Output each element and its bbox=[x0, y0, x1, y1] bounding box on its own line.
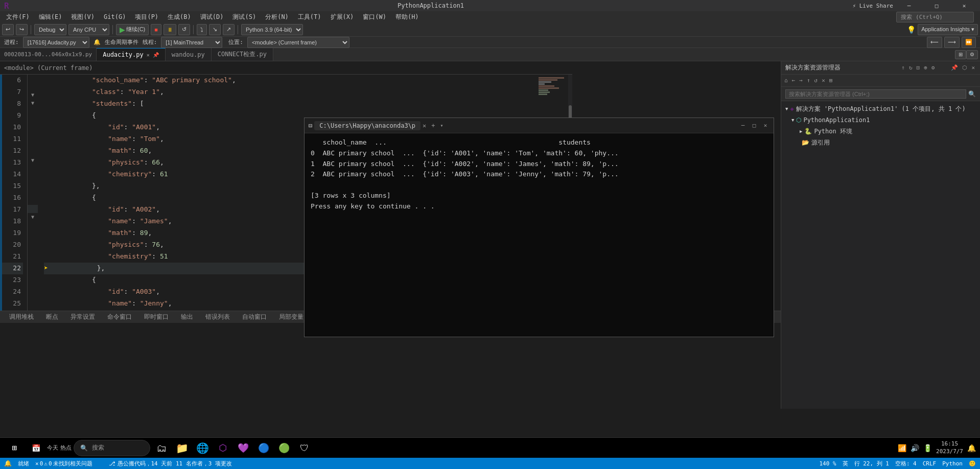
step-out-btn[interactable]: ↗ bbox=[223, 24, 235, 35]
taskbar-shield-icon[interactable]: 🛡 bbox=[295, 439, 314, 457]
menu-debug[interactable]: 调试(D) bbox=[196, 12, 228, 22]
taskbar-blue-icon[interactable]: 🔵 bbox=[254, 439, 273, 457]
start-button[interactable]: ⊞ bbox=[4, 439, 25, 457]
menu-git[interactable]: Git(G) bbox=[100, 12, 130, 21]
taskbar-clock[interactable]: 16:15 2023/7/7 bbox=[936, 440, 963, 455]
tab-audacity[interactable]: Audacity.py ✕ 📌 bbox=[97, 48, 166, 61]
terminal-close-btn[interactable]: ✕ bbox=[761, 122, 769, 130]
run-button[interactable]: ▶ 继续(C) bbox=[116, 24, 149, 35]
tab-file-1[interactable]: 00020813-00...046x0x1x9.py bbox=[0, 48, 97, 61]
terminal-minimize-btn[interactable]: ─ bbox=[739, 122, 747, 130]
restart-button[interactable]: ↺ bbox=[178, 24, 190, 35]
menu-test[interactable]: 测试(S) bbox=[228, 12, 260, 22]
taskbar-sound-icon[interactable]: 🔊 bbox=[911, 444, 919, 452]
menu-view[interactable]: 视图(V) bbox=[67, 12, 99, 22]
sol-forward-btn[interactable]: → bbox=[798, 76, 804, 85]
tab-connect[interactable]: CONNECT检查.py bbox=[212, 48, 273, 61]
sol-pin-btn[interactable]: 📌 bbox=[950, 63, 959, 72]
taskbar-browser-icon[interactable]: 🌐 bbox=[193, 439, 212, 457]
sol-home-btn[interactable]: ⌂ bbox=[783, 76, 789, 85]
sol-source-item[interactable]: 📂 源引用 bbox=[781, 137, 980, 148]
sol-popout-btn[interactable]: ⬡ bbox=[961, 63, 968, 72]
split-editor-btn[interactable]: ⊞ bbox=[955, 50, 966, 59]
taskbar-folder-icon[interactable]: 📁 bbox=[173, 439, 191, 457]
sol-refresh2-btn[interactable]: ↺ bbox=[813, 76, 819, 85]
gutter-8[interactable]: ▼ bbox=[28, 91, 38, 99]
tab-locals[interactable]: 局部变量 bbox=[274, 312, 309, 322]
tab-call-stack[interactable]: 调用堆栈 bbox=[4, 312, 39, 322]
gutter-16[interactable]: ▼ bbox=[28, 156, 38, 164]
sol-expand-btn[interactable]: ⇑ bbox=[900, 63, 906, 72]
tab-autos[interactable]: 自动窗口 bbox=[237, 312, 272, 322]
sol-refresh-btn[interactable]: ↻ bbox=[908, 63, 914, 72]
editor-settings-btn[interactable]: ⚙ bbox=[966, 50, 978, 59]
menu-analyze[interactable]: 分析(N) bbox=[261, 12, 293, 22]
tab-pin-icon[interactable]: 📌 bbox=[153, 52, 159, 58]
insights-button[interactable]: Application Insights ▾ bbox=[918, 24, 978, 35]
cpu-select[interactable]: Any CPU bbox=[68, 24, 109, 35]
redo-button[interactable]: ↪ bbox=[16, 24, 28, 35]
feedback-btn[interactable]: 🙂 bbox=[969, 460, 976, 467]
sol-solution-root[interactable]: ▼ ◈ 解决方案 'PythonApplication1' (1 个项目, 共 … bbox=[781, 103, 980, 114]
menu-build[interactable]: 生成(B) bbox=[164, 12, 195, 22]
gutter-23[interactable]: ▼ bbox=[28, 213, 38, 221]
taskbar-vs-icon[interactable]: ⬡ bbox=[214, 439, 232, 457]
sol-env-item[interactable]: ▶ 🐍 Python 环境 bbox=[781, 126, 980, 137]
taskbar-network-icon[interactable]: 📶 bbox=[898, 444, 906, 452]
sol-settings-btn[interactable]: ⚙ bbox=[930, 63, 936, 72]
taskbar-search[interactable]: 🔍 搜索 bbox=[74, 440, 150, 456]
undo-button[interactable]: ↩ bbox=[2, 24, 14, 35]
terminal-tab-1[interactable]: C:\Users\Happy\anaconda3\p bbox=[314, 121, 421, 130]
sol-close-btn[interactable]: ✕ bbox=[970, 63, 976, 72]
sol-search-input[interactable] bbox=[785, 89, 966, 99]
stop-button[interactable]: ■ bbox=[151, 24, 161, 35]
location-select[interactable]: <module> (Current frame) bbox=[247, 37, 349, 48]
tab-wandou[interactable]: wandou.py bbox=[166, 48, 212, 61]
close-button[interactable]: ✕ bbox=[952, 0, 976, 11]
maximize-button[interactable]: □ bbox=[925, 0, 948, 11]
step-back-btn[interactable]: ⟵ bbox=[927, 37, 942, 48]
taskbar-green-icon[interactable]: 🟢 bbox=[275, 439, 293, 457]
taskbar-purple-icon[interactable]: 💜 bbox=[234, 439, 252, 457]
tab-breakpoints[interactable]: 断点 bbox=[41, 312, 63, 322]
menu-edit[interactable]: 编辑(E) bbox=[35, 12, 66, 22]
menu-window[interactable]: 窗口(W) bbox=[359, 12, 390, 22]
live-share-btn[interactable]: ⚡ Live Share bbox=[853, 3, 893, 9]
sol-search-icon[interactable]: 🔍 bbox=[968, 90, 976, 98]
tab-immediate[interactable]: 即时窗口 bbox=[139, 312, 174, 322]
step-forward-btn[interactable]: ⟶ bbox=[944, 37, 960, 48]
tab-audacity-close[interactable]: ✕ bbox=[147, 52, 150, 58]
minimize-button[interactable]: ─ bbox=[897, 0, 921, 11]
process-select[interactable]: [17616] Audacity.py bbox=[23, 37, 89, 48]
menu-project[interactable]: 项目(P) bbox=[131, 12, 162, 22]
sol-up-btn[interactable]: ↑ bbox=[806, 76, 811, 85]
menu-help[interactable]: 帮助(H) bbox=[391, 12, 423, 22]
tab-output[interactable]: 输出 bbox=[176, 312, 198, 322]
menu-file[interactable]: 文件(F) bbox=[2, 12, 34, 22]
tab-error-list[interactable]: 错误列表 bbox=[200, 312, 235, 322]
thread-select[interactable]: [1] MainThread bbox=[161, 37, 222, 48]
run-to-cursor-btn[interactable]: ⏩ bbox=[962, 37, 976, 48]
terminal-close-tab[interactable]: ✕ bbox=[423, 122, 426, 129]
sol-sync-btn[interactable]: ⊕ bbox=[923, 63, 928, 72]
sol-stop-btn[interactable]: ✕ bbox=[821, 76, 826, 85]
step-into-btn[interactable]: ↘ bbox=[209, 24, 221, 35]
tab-exceptions[interactable]: 异常设置 bbox=[65, 312, 100, 322]
terminal-dropdown-btn[interactable]: ▾ bbox=[440, 123, 444, 128]
notification-icon[interactable]: 🔔 bbox=[967, 444, 976, 452]
pause-button[interactable]: ⏸ bbox=[164, 24, 176, 35]
sol-back-btn[interactable]: ← bbox=[791, 76, 797, 85]
menu-extensions[interactable]: 扩展(X) bbox=[326, 12, 358, 22]
tab-command[interactable]: 命令窗口 bbox=[102, 312, 137, 322]
gutter-9[interactable]: ▼ bbox=[28, 99, 38, 107]
taskbar-explorer-icon[interactable]: 🗂 bbox=[152, 439, 171, 457]
step-over-btn[interactable]: ⤵ bbox=[197, 24, 207, 35]
sol-filter-btn[interactable]: ⊡ bbox=[916, 63, 921, 72]
sol-project-item[interactable]: ▼ ⬡ PythonApplication1 bbox=[781, 114, 980, 126]
search-bar[interactable]: 搜索 (Ctrl+Q) bbox=[896, 12, 974, 22]
taskbar-battery-icon[interactable]: 🔋 bbox=[923, 444, 932, 452]
menu-tools[interactable]: 工具(T) bbox=[294, 12, 325, 22]
debug-mode-select[interactable]: Debug bbox=[34, 24, 66, 35]
python-version-select[interactable]: Python 3.9 (64-bit) bbox=[241, 24, 303, 35]
sol-view-btn[interactable]: ⊞ bbox=[828, 76, 834, 85]
